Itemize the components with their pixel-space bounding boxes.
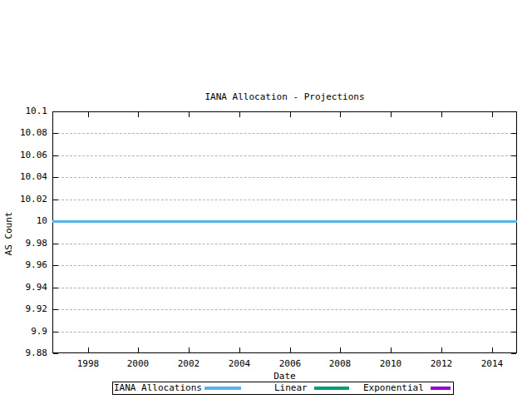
y-tick-label: 9.88 bbox=[0, 348, 47, 358]
y-gridline bbox=[53, 244, 516, 244]
y-tick-label: 9.94 bbox=[0, 283, 47, 293]
x-tick-label: 2004 bbox=[219, 359, 260, 369]
x-tick-mark bbox=[88, 347, 89, 352]
x-tick-mark bbox=[340, 112, 341, 117]
y-tick-mark bbox=[53, 265, 58, 266]
x-tick-mark bbox=[138, 112, 139, 117]
series-line-iana-allocations bbox=[52, 220, 517, 223]
y-tick-mark bbox=[511, 288, 516, 288]
y-tick-label: 10 bbox=[0, 216, 47, 226]
y-tick-mark bbox=[511, 309, 516, 310]
y-tick-label: 9.98 bbox=[0, 239, 47, 249]
y-tick-mark bbox=[53, 288, 58, 288]
legend-entry-label: Exponential bbox=[363, 383, 424, 393]
y-tick-label: 10.1 bbox=[0, 106, 47, 116]
x-tick-mark bbox=[239, 347, 240, 352]
y-tick-label: 10.02 bbox=[0, 195, 47, 204]
plot-area bbox=[52, 111, 517, 353]
y-tick-label: 9.92 bbox=[0, 304, 47, 314]
x-tick-mark bbox=[340, 347, 341, 352]
x-tick-mark bbox=[391, 347, 392, 352]
chart-title: IANA Allocation - Projections bbox=[52, 91, 517, 102]
y-tick-mark bbox=[511, 332, 516, 332]
y-gridline bbox=[53, 133, 516, 134]
y-tick-label: 9.96 bbox=[0, 260, 47, 270]
y-tick-label: 10.08 bbox=[0, 128, 47, 138]
y-tick-mark bbox=[53, 353, 58, 354]
x-tick-mark bbox=[290, 112, 291, 117]
y-tick-mark bbox=[511, 111, 516, 112]
x-tick-label: 2014 bbox=[471, 359, 513, 369]
y-tick-mark bbox=[53, 309, 58, 310]
y-tick-mark bbox=[53, 244, 58, 244]
y-tick-mark bbox=[53, 177, 58, 178]
y-tick-mark bbox=[53, 111, 58, 112]
legend-entry-label: IANA Allocations bbox=[114, 383, 202, 393]
iana-allocation-projections-chart: IANA Allocation - Projections AS Count D… bbox=[0, 0, 532, 399]
y-tick-label: 10.04 bbox=[0, 172, 47, 182]
x-axis-title: Date bbox=[52, 371, 517, 382]
x-tick-label: 1998 bbox=[67, 359, 109, 369]
x-tick-label: 2008 bbox=[319, 359, 361, 369]
x-tick-label: 2010 bbox=[370, 359, 411, 369]
legend-swatch-linear bbox=[314, 387, 349, 390]
y-tick-mark bbox=[53, 200, 58, 200]
y-gridline bbox=[53, 309, 516, 310]
y-tick-mark bbox=[511, 133, 516, 134]
x-tick-label: 2012 bbox=[421, 359, 462, 369]
y-tick-mark bbox=[511, 265, 516, 266]
x-tick-label: 2006 bbox=[269, 359, 311, 369]
y-tick-mark bbox=[511, 353, 516, 354]
x-tick-mark bbox=[88, 112, 89, 117]
y-gridline bbox=[53, 265, 516, 266]
y-tick-mark bbox=[511, 200, 516, 200]
y-gridline bbox=[53, 288, 516, 288]
x-tick-mark bbox=[492, 347, 493, 352]
x-tick-mark bbox=[492, 112, 493, 117]
y-tick-mark bbox=[53, 332, 58, 332]
legend-swatch-iana-allocations bbox=[204, 387, 241, 390]
x-tick-mark bbox=[290, 347, 291, 352]
y-tick-label: 10.06 bbox=[0, 150, 47, 160]
legend-entry-label: Linear bbox=[274, 383, 308, 393]
y-gridline bbox=[53, 332, 516, 332]
x-tick-mark bbox=[189, 347, 190, 352]
y-gridline bbox=[53, 200, 516, 200]
x-tick-mark bbox=[239, 112, 240, 117]
x-tick-label: 2000 bbox=[117, 359, 159, 369]
x-tick-mark bbox=[391, 112, 392, 117]
y-tick-mark bbox=[511, 155, 516, 156]
y-tick-mark bbox=[511, 244, 516, 244]
legend-swatch-exponential bbox=[431, 387, 451, 390]
y-tick-label: 9.9 bbox=[0, 327, 47, 337]
y-tick-mark bbox=[511, 177, 516, 178]
x-tick-label: 2002 bbox=[168, 359, 209, 369]
y-tick-mark bbox=[53, 133, 58, 134]
y-gridline bbox=[53, 155, 516, 156]
x-tick-mark bbox=[138, 347, 139, 352]
x-tick-mark bbox=[441, 112, 442, 117]
x-tick-mark bbox=[189, 112, 190, 117]
x-tick-mark bbox=[441, 347, 442, 352]
y-tick-mark bbox=[53, 155, 58, 156]
y-gridline bbox=[53, 177, 516, 178]
